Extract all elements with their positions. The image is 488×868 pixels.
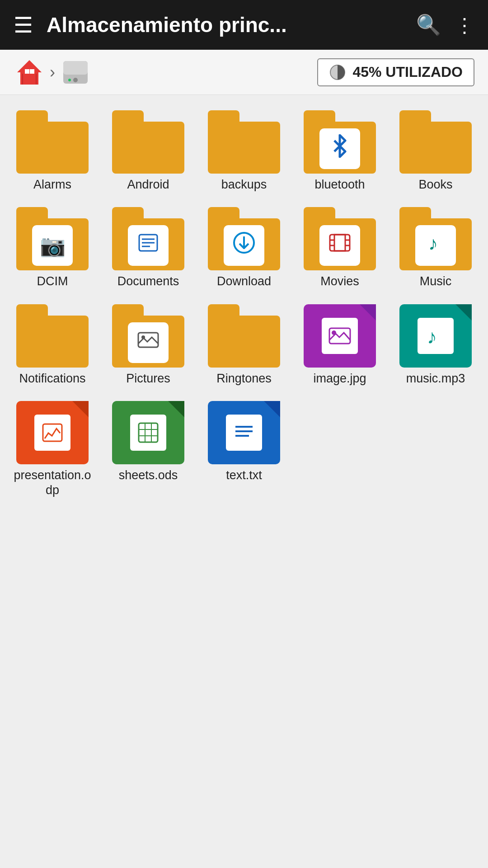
- file-item-notifications[interactable]: Notifications: [5, 298, 100, 390]
- file-label-notifications: Notifications: [19, 371, 85, 386]
- file-item-movies[interactable]: Movies: [292, 201, 388, 293]
- folder-icon-bluetooth: [304, 110, 376, 174]
- file-item-dcim[interactable]: 📷DCIM: [5, 201, 100, 293]
- file-item-pictures[interactable]: Pictures: [100, 298, 196, 390]
- file-label-pictures: Pictures: [126, 371, 170, 386]
- file-icon-presentation-odp: [16, 401, 89, 464]
- folder-icon-android: [112, 110, 184, 174]
- file-item-download[interactable]: Download: [196, 201, 292, 293]
- svg-point-8: [73, 78, 78, 82]
- breadcrumb-bar: › 45% UTILIZADO: [0, 50, 488, 95]
- topbar-title: Almacenamiento princ...: [47, 13, 416, 37]
- file-label-alarms: Alarms: [33, 177, 71, 192]
- folder-icon-ringtones: [208, 304, 280, 368]
- file-label-presentation-odp: presentation.odp: [12, 468, 93, 497]
- file-item-books[interactable]: Books: [388, 104, 483, 196]
- file-label-backups: backups: [221, 177, 267, 192]
- svg-point-27: [332, 330, 336, 335]
- folder-icon-dcim: 📷: [16, 207, 89, 270]
- svg-text:♪: ♪: [428, 233, 438, 254]
- folder-icon-music: ♪: [399, 207, 472, 270]
- search-icon[interactable]: 🔍: [416, 13, 441, 37]
- file-label-books: Books: [418, 177, 452, 192]
- file-item-text-txt[interactable]: text.txt: [196, 395, 292, 502]
- breadcrumb-chevron: ›: [50, 63, 55, 82]
- topbar-actions: 🔍 ⋮: [416, 13, 474, 37]
- file-item-music[interactable]: ♪Music: [388, 201, 483, 293]
- svg-rect-18: [334, 235, 345, 251]
- svg-rect-1: [23, 75, 35, 85]
- home-breadcrumb[interactable]: [14, 57, 45, 88]
- more-options-icon[interactable]: ⋮: [455, 14, 474, 37]
- svg-rect-31: [139, 423, 158, 442]
- file-label-android: Android: [127, 177, 169, 192]
- file-icon-image-jpg: [304, 304, 376, 368]
- folder-icon-backups: [208, 110, 280, 174]
- folder-icon-alarms: [16, 110, 89, 174]
- svg-rect-3: [30, 69, 34, 74]
- file-icon-text-txt: [208, 401, 280, 464]
- svg-point-9: [68, 79, 71, 81]
- folder-icon-books: [399, 110, 472, 174]
- file-item-music-mp3[interactable]: ♪music.mp3: [388, 298, 483, 390]
- file-label-movies: Movies: [320, 274, 359, 288]
- file-icon-sheets-ods: [112, 401, 184, 464]
- storage-usage-text: 45% UTILIZADO: [352, 64, 463, 80]
- storage-icon: [60, 57, 91, 88]
- svg-rect-17: [330, 235, 350, 251]
- folder-icon-pictures: [112, 304, 184, 368]
- file-label-sheets-ods: sheets.ods: [119, 468, 178, 482]
- file-label-image-jpg: image.jpg: [313, 371, 366, 386]
- svg-rect-2: [25, 69, 29, 74]
- file-item-bluetooth[interactable]: bluetooth: [292, 104, 388, 196]
- file-item-ringtones[interactable]: Ringtones: [196, 298, 292, 390]
- file-label-text-txt: text.txt: [226, 468, 262, 482]
- file-item-sheets-ods[interactable]: sheets.ods: [100, 395, 196, 502]
- file-item-backups[interactable]: backups: [196, 104, 292, 196]
- file-icon-music-mp3: ♪: [399, 304, 472, 368]
- file-label-documents: Documents: [117, 274, 179, 288]
- file-item-android[interactable]: Android: [100, 104, 196, 196]
- folder-icon-notifications: [16, 304, 89, 368]
- svg-text:♪: ♪: [427, 326, 437, 348]
- topbar: ☰ Almacenamiento princ... 🔍 ⋮: [0, 0, 488, 50]
- file-label-ringtones: Ringtones: [216, 371, 272, 386]
- svg-point-25: [141, 335, 145, 339]
- folder-icon-download: [208, 207, 280, 270]
- storage-usage-icon: [329, 64, 346, 81]
- file-label-dcim: DCIM: [37, 274, 68, 288]
- file-grid: AlarmsAndroidbackupsbluetoothBooks📷DCIMD…: [0, 95, 488, 511]
- file-label-music: Music: [420, 274, 452, 288]
- file-label-music-mp3: music.mp3: [406, 371, 465, 386]
- folder-icon-documents: [112, 207, 184, 270]
- folder-icon-movies: [304, 207, 376, 270]
- svg-rect-7: [63, 61, 88, 75]
- file-item-image-jpg[interactable]: image.jpg: [292, 298, 388, 390]
- home-icon: [14, 57, 45, 88]
- file-item-presentation-odp[interactable]: presentation.odp: [5, 395, 100, 502]
- storage-badge[interactable]: 45% UTILIZADO: [317, 58, 474, 86]
- file-label-download: Download: [217, 274, 271, 288]
- file-item-documents[interactable]: Documents: [100, 201, 196, 293]
- file-label-bluetooth: bluetooth: [314, 177, 365, 192]
- file-item-alarms[interactable]: Alarms: [5, 104, 100, 196]
- menu-icon[interactable]: ☰: [14, 12, 33, 38]
